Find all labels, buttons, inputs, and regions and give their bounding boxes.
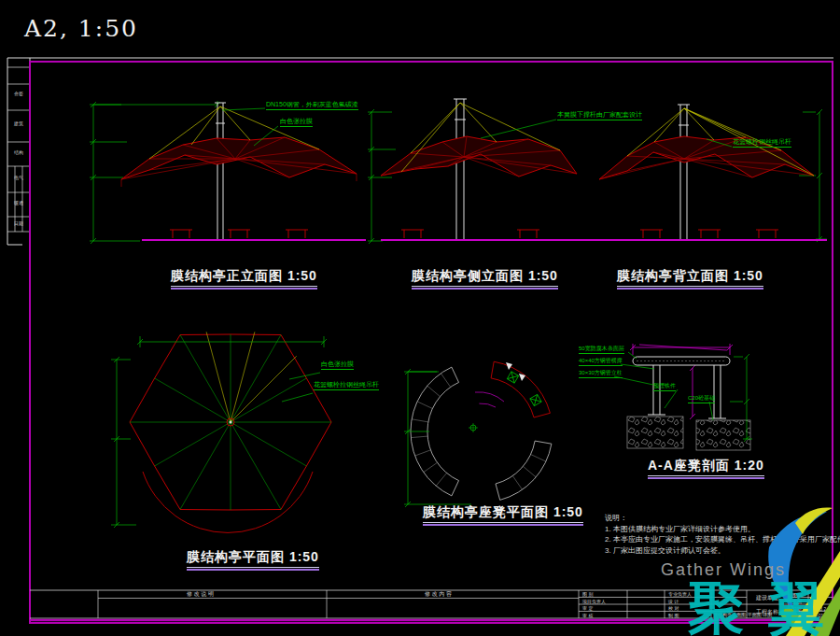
gather-wings-logo: [0, 0, 840, 636]
cad-sheet: A2, 1:50 膜结构亭正立面图 1:50 膜结构亭侧立面图 1:50 膜结构…: [0, 0, 840, 636]
watermark-cn: 聚翼: [688, 572, 840, 636]
